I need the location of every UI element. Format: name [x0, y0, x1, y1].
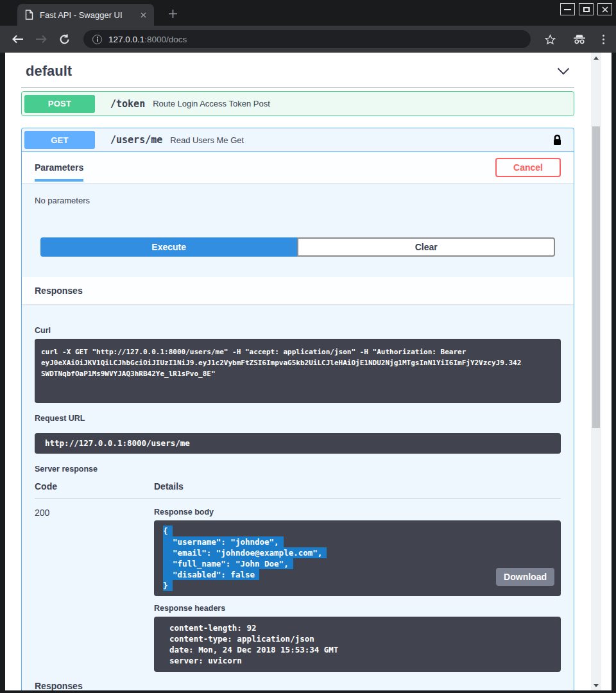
url-host: 127.0.0.1	[108, 35, 144, 44]
page-info-icon[interactable]	[92, 35, 102, 44]
browser-menu-icon[interactable]	[597, 35, 610, 44]
bookmark-star-button[interactable]	[540, 30, 560, 49]
details-column-header: Details	[154, 481, 484, 492]
request-url-label: Request URL	[35, 414, 561, 423]
maximize-button[interactable]	[579, 3, 594, 15]
opblock-get-users-me: GET /users/me Read Users Me Get Paramete…	[21, 128, 574, 690]
server-response-label: Server response	[35, 465, 561, 474]
minimize-button[interactable]	[560, 3, 575, 15]
close-icon	[602, 6, 608, 13]
page-favicon-icon	[25, 10, 33, 20]
close-button[interactable]	[597, 3, 612, 15]
json-line: "disabled": false	[163, 569, 259, 580]
forward-icon	[35, 35, 47, 44]
scroll-down-button[interactable]	[591, 680, 601, 690]
server-response-table-header: Code Details	[35, 481, 561, 499]
browser-window: Fast API - Swagger UI	[0, 0, 616, 693]
window-controls	[560, 3, 612, 15]
opblock-post-token[interactable]: POST /token Route Login Access Token Pos…	[21, 91, 574, 116]
tab-close-icon[interactable]	[137, 9, 149, 21]
browser-tab[interactable]: Fast API - Swagger UI	[17, 4, 154, 26]
status-code: 200	[35, 508, 154, 672]
curl-command[interactable]: curl -X GET "http://127.0.0.1:8000/users…	[35, 339, 561, 403]
browser-toolbar: 127.0.0.1:8000/docs	[0, 26, 616, 53]
tag-title: default	[26, 63, 72, 80]
download-button[interactable]: Download	[496, 568, 554, 586]
post-summary: Route Login Access Token Post	[153, 99, 270, 108]
back-icon	[12, 35, 24, 44]
json-line: }	[163, 580, 173, 591]
json-line: {	[163, 526, 173, 536]
page-scrollbar[interactable]	[591, 53, 601, 690]
swagger-page: default POST /token Route Login Access T…	[5, 53, 591, 690]
response-body-box[interactable]: { "username": "johndoe", "email": "johnd…	[154, 520, 561, 596]
url-path: :8000/docs	[144, 35, 187, 44]
back-button[interactable]	[8, 30, 28, 49]
post-method-badge: POST	[24, 95, 95, 113]
json-line: "full_name": "John Doe",	[163, 558, 293, 569]
lock-icon	[552, 134, 562, 146]
incognito-icon	[573, 34, 586, 44]
chevron-down-icon[interactable]	[557, 67, 570, 75]
no-parameters-text: No parameters	[22, 183, 574, 205]
responses-inner: Curl curl -X GET "http://127.0.0.1:8000/…	[22, 304, 574, 690]
reload-button[interactable]	[55, 30, 74, 49]
auth-lock-button[interactable]	[552, 134, 562, 146]
reload-icon	[59, 34, 70, 45]
request-url-value: http://127.0.0.1:8000/users/me	[35, 433, 561, 454]
star-icon	[545, 34, 556, 45]
forward-button[interactable]	[31, 30, 51, 49]
curl-label: Curl	[35, 326, 561, 335]
page-viewport: default POST /token Route Login Access T…	[5, 53, 612, 690]
scroll-up-icon	[594, 56, 599, 60]
json-line: "email": "johndoe@example.com",	[163, 547, 327, 558]
response-details: Response body { "username": "johndoe", "…	[154, 508, 561, 672]
get-summary: Read Users Me Get	[170, 135, 244, 145]
tab-strip: Fast API - Swagger UI	[0, 0, 616, 26]
scroll-up-button[interactable]	[591, 53, 601, 63]
parameters-header: Parameters Cancel	[22, 152, 574, 183]
responses-band-title: Responses	[35, 286, 83, 296]
execute-row: Execute Clear	[40, 237, 555, 257]
cancel-button[interactable]: Cancel	[495, 158, 561, 177]
opblock-summary[interactable]: POST /token Route Login Access Token Pos…	[22, 92, 574, 116]
server-response-row: 200 Response body { "username": "johndoe…	[35, 499, 561, 672]
scrollbar-thumb[interactable]	[592, 126, 600, 428]
execute-button[interactable]: Execute	[40, 237, 297, 257]
tag-section-header[interactable]: default	[21, 53, 574, 88]
scroll-down-icon	[594, 684, 599, 687]
maximize-icon	[583, 7, 590, 12]
tab-parameters[interactable]: Parameters	[35, 152, 83, 183]
json-line: "username": "johndoe",	[163, 536, 284, 547]
responses-doc-title: Responses	[35, 681, 561, 690]
response-headers-box: content-length: 92 content-type: applica…	[154, 617, 561, 672]
code-column-header: Code	[35, 481, 154, 492]
incognito-indicator	[570, 30, 589, 49]
responses-header-band: Responses	[22, 277, 574, 304]
minimize-icon	[564, 9, 571, 10]
toolbar-actions	[538, 30, 610, 49]
response-body-label: Response body	[154, 508, 561, 517]
get-path: /users/me	[110, 134, 162, 146]
clear-button[interactable]: Clear	[297, 237, 555, 257]
opblock-summary[interactable]: GET /users/me Read Users Me Get	[22, 128, 574, 152]
new-tab-icon[interactable]	[166, 6, 180, 21]
post-path: /token	[110, 98, 145, 110]
get-method-badge: GET	[24, 131, 95, 149]
tab-title: Fast API - Swagger UI	[40, 10, 137, 20]
response-headers-label: Response headers	[154, 604, 561, 613]
address-bar[interactable]: 127.0.0.1:8000/docs	[83, 30, 531, 48]
